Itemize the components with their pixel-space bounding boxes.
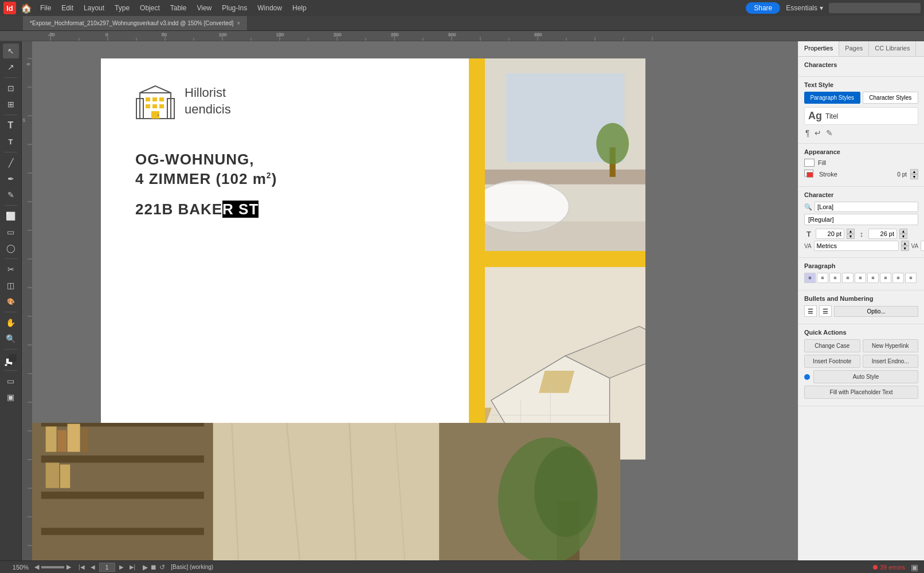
menu-file[interactable]: File bbox=[36, 3, 56, 13]
new-hyperlink-button[interactable]: New Hyperlink bbox=[863, 339, 919, 352]
tool-page[interactable]: ⊡ bbox=[3, 81, 19, 96]
menu-view[interactable]: View bbox=[192, 3, 216, 13]
tool-pen[interactable]: ✒ bbox=[3, 171, 19, 186]
align-justify-all-btn[interactable]: ≡ bbox=[892, 273, 904, 283]
menu-help[interactable]: Help bbox=[288, 3, 311, 13]
tool-direct-select[interactable]: ↗ bbox=[3, 60, 19, 74]
tool-ellipse[interactable]: ◯ bbox=[3, 241, 19, 256]
stroke-stepper[interactable]: ▲ ▼ bbox=[910, 169, 918, 179]
font-style-input[interactable] bbox=[804, 214, 918, 225]
tab-cc-libraries[interactable]: CC Libraries bbox=[869, 41, 916, 56]
auto-style-button[interactable]: Auto Style bbox=[813, 370, 918, 383]
tool-zoom[interactable]: 🔍 bbox=[3, 331, 19, 346]
kerning-stepper[interactable]: ▲ ▼ bbox=[901, 241, 909, 251]
stroke-down[interactable]: ▼ bbox=[910, 174, 918, 179]
leading-down[interactable]: ▼ bbox=[899, 234, 907, 239]
next-page-btn[interactable]: ▶ bbox=[118, 564, 126, 570]
leading-stepper[interactable]: ▲ ▼ bbox=[899, 229, 907, 239]
play-btn[interactable]: ▶ bbox=[143, 563, 148, 571]
canvas-area[interactable]: Hillorist uendicis OG-WOHNUNG, 4 ZIMMER … bbox=[32, 41, 798, 560]
paragraph-icon[interactable]: ¶ bbox=[804, 127, 811, 139]
return-icon[interactable]: ↵ bbox=[813, 127, 823, 139]
zoom-out-icon[interactable]: ◀ bbox=[34, 563, 39, 571]
essentials-dropdown[interactable]: Essentials ▾ bbox=[781, 2, 828, 14]
share-button[interactable]: Share bbox=[746, 2, 780, 14]
menu-plugins[interactable]: Plug-Ins bbox=[217, 3, 252, 13]
align-toward-spine-btn[interactable]: ≡ bbox=[905, 273, 917, 283]
tool-scissors[interactable]: ✂ bbox=[3, 262, 19, 277]
tool-rectangle[interactable]: ▭ bbox=[3, 225, 19, 240]
font-name-input[interactable] bbox=[815, 202, 918, 212]
tool-preview-mode[interactable]: ▣ bbox=[3, 390, 19, 405]
menu-edit[interactable]: Edit bbox=[57, 3, 78, 13]
first-page-btn[interactable]: |◀ bbox=[77, 564, 87, 570]
font-size-stepper[interactable]: ▲ ▼ bbox=[847, 229, 855, 239]
align-justify-last-center-btn[interactable]: ≡ bbox=[867, 273, 879, 283]
bullets-options-btn[interactable]: Optio... bbox=[834, 306, 918, 317]
last-page-btn[interactable]: ▶| bbox=[128, 564, 138, 570]
tool-type-vertical[interactable]: T bbox=[3, 134, 19, 149]
numbered-list-btn[interactable]: ☰ bbox=[819, 305, 832, 317]
tool-fill-stroke[interactable] bbox=[3, 352, 19, 367]
main-text: OG-WOHNUNG, 4 ZIMMER (102 m2) 221B BAKER… bbox=[135, 150, 446, 218]
fill-label: Fill bbox=[818, 159, 918, 166]
tool-hand[interactable]: ✋ bbox=[3, 315, 19, 330]
tool-line[interactable]: ╱ bbox=[3, 155, 19, 170]
font-size-down[interactable]: ▼ bbox=[847, 234, 855, 239]
tool-pencil[interactable]: ✎ bbox=[3, 187, 19, 202]
tool-gradient[interactable]: ◫ bbox=[3, 278, 19, 293]
bullets-list-btn[interactable]: ☰ bbox=[804, 305, 817, 317]
leading-input[interactable] bbox=[868, 229, 897, 239]
change-case-button[interactable]: Change Case bbox=[804, 339, 860, 352]
tracking-input[interactable] bbox=[921, 241, 924, 251]
tab-properties[interactable]: Properties bbox=[798, 41, 839, 56]
kerning-up[interactable]: ▲ bbox=[901, 241, 909, 246]
errors-indicator[interactable]: 39 errors bbox=[873, 564, 905, 571]
bullets-section: Bullets and Numbering ☰ ☰ Optio... bbox=[798, 291, 924, 324]
kerning-input[interactable] bbox=[814, 241, 899, 251]
insert-footnote-button[interactable]: Insert Footnote bbox=[804, 355, 860, 368]
refresh-btn[interactable]: ↺ bbox=[159, 563, 165, 571]
menu-type[interactable]: Type bbox=[110, 3, 134, 13]
appearance-title: Appearance bbox=[804, 148, 918, 155]
edit-icon[interactable]: ✎ bbox=[825, 127, 834, 139]
stroke-swatch[interactable] bbox=[806, 172, 813, 178]
align-center-btn[interactable]: ≡ bbox=[817, 273, 828, 283]
tool-rectangle-frame[interactable]: ⬜ bbox=[3, 209, 19, 223]
tab-close-icon[interactable]: × bbox=[237, 20, 240, 26]
align-justify-last-left-btn[interactable]: ≡ bbox=[855, 273, 866, 283]
search-input[interactable] bbox=[829, 3, 921, 13]
menu-table[interactable]: Table bbox=[166, 3, 191, 13]
menu-layout[interactable]: Layout bbox=[79, 3, 109, 13]
layout-view-icon[interactable]: ▣ bbox=[911, 563, 918, 572]
tool-color-theme[interactable]: 🎨 bbox=[3, 294, 19, 309]
menu-window[interactable]: Window bbox=[253, 3, 287, 13]
fill-placeholder-button[interactable]: Fill with Placeholder Text bbox=[804, 386, 918, 399]
tool-gap[interactable]: ⊞ bbox=[3, 97, 19, 112]
fill-swatch[interactable] bbox=[804, 159, 815, 167]
document-tab[interactable]: *Expose_Hochformat_210x297_Wohnungsverka… bbox=[23, 16, 248, 30]
tool-normal-mode[interactable]: ▭ bbox=[3, 374, 19, 388]
tool-select[interactable]: ↖ bbox=[3, 44, 19, 58]
character-styles-btn[interactable]: Character Styles bbox=[863, 92, 919, 104]
tool-type[interactable]: T bbox=[3, 118, 19, 133]
font-size-up[interactable]: ▲ bbox=[847, 229, 855, 234]
prev-page-btn[interactable]: ◀ bbox=[89, 564, 97, 570]
stroke-up[interactable]: ▲ bbox=[910, 169, 918, 174]
align-right-btn[interactable]: ≡ bbox=[829, 273, 841, 283]
zoom-in-icon[interactable]: ▶ bbox=[66, 563, 71, 571]
insert-endnote-button[interactable]: Insert Endno... bbox=[863, 355, 919, 368]
home-icon[interactable]: 🏠 bbox=[21, 3, 32, 14]
tab-pages[interactable]: Pages bbox=[839, 41, 869, 56]
kerning-down[interactable]: ▼ bbox=[901, 246, 909, 251]
ag-titel-item[interactable]: Ag Titel bbox=[804, 107, 918, 125]
align-left-btn[interactable]: ≡ bbox=[804, 273, 816, 283]
font-size-input[interactable] bbox=[816, 229, 844, 239]
align-justify-btn[interactable]: ≡ bbox=[842, 273, 853, 283]
align-justify-last-right-btn[interactable]: ≡ bbox=[880, 273, 891, 283]
menu-object[interactable]: Object bbox=[135, 3, 165, 13]
leading-up[interactable]: ▲ bbox=[899, 229, 907, 234]
paragraph-styles-btn[interactable]: Paragraph Styles bbox=[804, 92, 860, 104]
stop-btn[interactable]: ⏹ bbox=[150, 563, 157, 571]
page-number-input[interactable] bbox=[99, 563, 115, 572]
